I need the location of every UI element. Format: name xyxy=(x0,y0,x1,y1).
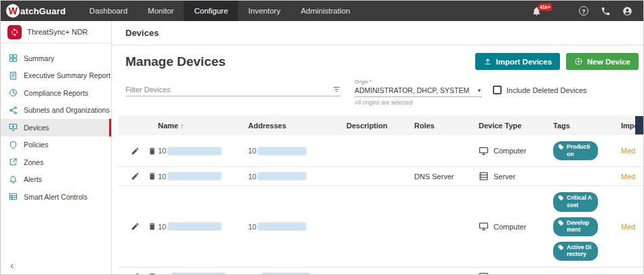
delete-trash-icon[interactable] xyxy=(148,272,157,274)
tag-label: Development xyxy=(567,219,592,234)
tag-pill[interactable]: Development xyxy=(553,217,598,236)
sidebar-collapse-button[interactable]: ‹ xyxy=(1,255,111,274)
device-name[interactable]: 10 xyxy=(158,172,248,181)
sidebar-item-label: Summary xyxy=(24,54,54,62)
origin-hint: All origins are selected xyxy=(355,99,482,106)
edit-pencil-icon[interactable] xyxy=(131,147,140,155)
product-switcher[interactable]: ThreatSync+ NDR xyxy=(1,21,111,43)
server-icon xyxy=(479,171,489,181)
tag-pill[interactable]: Active Directory xyxy=(553,242,598,261)
page-frame: ThreatSync+ NDR SummaryExecutive Summary… xyxy=(1,21,643,274)
sidebar: ThreatSync+ NDR SummaryExecutive Summary… xyxy=(1,21,112,274)
nav-item-administration[interactable]: Administration xyxy=(291,1,361,21)
tag-pill[interactable]: Critical Asset xyxy=(553,192,598,211)
subnets-icon xyxy=(9,106,18,115)
computer-icon xyxy=(479,272,489,274)
import-devices-button[interactable]: Import Devices xyxy=(475,53,560,70)
scrollbar-thumb[interactable] xyxy=(635,116,643,134)
row-actions xyxy=(119,172,158,181)
alert-count-badge: 41k+ xyxy=(538,3,552,11)
device-address: 192 xyxy=(248,272,346,274)
sidebar-item-executive-summary-report[interactable]: Executive Summary Report xyxy=(1,67,111,85)
delete-trash-icon[interactable] xyxy=(148,147,157,155)
tag-icon xyxy=(558,244,564,251)
edit-pencil-icon[interactable] xyxy=(131,172,140,181)
app-window: W atchGuard DashboardMonitorConfigureInv… xyxy=(0,0,644,275)
phone-support-icon[interactable] xyxy=(600,5,611,16)
top-nav: DashboardMonitorConfigureInventoryAdmini… xyxy=(79,1,361,21)
column-header-addresses[interactable]: Addresses xyxy=(248,122,346,130)
title-row: Manage Devices Import Devices New Device xyxy=(125,53,643,70)
account-icon[interactable] xyxy=(622,5,632,16)
device-name[interactable]: 192 xyxy=(158,272,248,274)
column-header-roles[interactable]: Roles xyxy=(414,122,479,130)
table-row: 1010ComputerCritical AssetDevelopmentAct… xyxy=(119,186,643,268)
edit-pencil-icon[interactable] xyxy=(131,222,140,231)
column-header-description[interactable]: Description xyxy=(346,122,414,130)
nav-item-inventory[interactable]: Inventory xyxy=(238,1,290,21)
action-buttons: Import Devices New Device xyxy=(475,53,639,70)
redacted-name xyxy=(167,172,222,181)
chevron-down-icon: ▼ xyxy=(477,88,482,94)
device-address: 10 xyxy=(248,147,346,155)
row-actions xyxy=(119,222,158,231)
tag-label: Critical Asset xyxy=(567,194,592,208)
tag-pill[interactable]: Production xyxy=(553,141,598,160)
new-device-button[interactable]: New Device xyxy=(566,53,639,70)
table-header: Name↑AddressesDescriptionRolesDevice Typ… xyxy=(119,115,643,135)
sidebar-item-summary[interactable]: Summary xyxy=(1,50,111,67)
sidebar-item-compliance-reports[interactable]: Compliance Reports xyxy=(1,84,111,102)
nav-item-configure[interactable]: Configure xyxy=(184,1,238,21)
question-mark-icon: ? xyxy=(579,6,588,16)
policies-icon xyxy=(9,141,18,149)
devices-icon xyxy=(9,123,18,132)
zones-icon xyxy=(9,158,18,166)
device-type: Computer xyxy=(479,272,553,274)
filter-devices-field xyxy=(125,79,341,96)
filter-funnel-icon[interactable] xyxy=(332,85,341,94)
sidebar-item-zones[interactable]: Zones xyxy=(1,153,111,171)
sidebar-item-alerts[interactable]: Alerts xyxy=(1,171,111,189)
table-scrollbar[interactable] xyxy=(635,115,643,274)
include-deleted-checkbox[interactable] xyxy=(493,86,502,94)
page-title: Devices xyxy=(125,28,159,38)
tag-label: Active Directory xyxy=(567,244,592,258)
help-icon[interactable]: ? xyxy=(578,5,589,16)
device-type-label: Computer xyxy=(494,147,526,155)
delete-trash-icon[interactable] xyxy=(148,222,157,231)
device-name[interactable]: 10 xyxy=(158,147,248,155)
filter-devices-input[interactable] xyxy=(125,86,332,94)
sidebar-item-subnets-and-organizations[interactable]: Subnets and Organizations xyxy=(1,102,111,120)
new-device-label: New Device xyxy=(587,58,630,66)
nav-item-monitor[interactable]: Monitor xyxy=(138,1,184,21)
include-deleted-toggle[interactable]: Include Deleted Devices xyxy=(493,86,587,94)
redacted-name xyxy=(167,222,222,231)
watchguard-logo[interactable]: W atchGuard xyxy=(1,1,79,21)
device-name[interactable]: 10 xyxy=(158,222,248,231)
content-area: Manage Devices Import Devices New Device xyxy=(112,45,643,274)
redacted-address xyxy=(258,172,306,181)
column-header-device-type[interactable]: Device Type xyxy=(479,122,553,130)
alerts-icon xyxy=(9,175,18,184)
delete-trash-icon[interactable] xyxy=(148,172,157,181)
redacted-address xyxy=(258,147,306,155)
nav-item-dashboard[interactable]: Dashboard xyxy=(79,1,138,21)
sidebar-item-smart-alert-controls[interactable]: Smart Alert Controls xyxy=(1,188,111,206)
top-icons: 41k+ ? xyxy=(531,1,643,21)
include-deleted-label: Include Deleted Devices xyxy=(506,86,587,94)
computer-icon xyxy=(479,221,489,232)
main-panel: Devices Manage Devices Import Devices Ne… xyxy=(112,21,643,274)
sidebar-item-label: Zones xyxy=(24,158,43,166)
edit-pencil-icon[interactable] xyxy=(131,272,140,274)
sidebar-item-label: Alerts xyxy=(24,175,42,183)
sidebar-item-label: Subnets and Organizations xyxy=(24,106,110,114)
tag-icon xyxy=(558,219,564,226)
device-address: 10 xyxy=(248,172,346,181)
origin-select[interactable]: ADMINISTRATOR, DHCP, SYSTEM ▼ xyxy=(355,85,482,97)
sidebar-item-devices[interactable]: Devices xyxy=(1,119,111,136)
device-type: Computer xyxy=(479,221,553,232)
sidebar-item-policies[interactable]: Policies xyxy=(1,136,111,154)
sidebar-item-label: Devices xyxy=(24,124,49,132)
column-header-tags[interactable]: Tags xyxy=(553,122,621,130)
column-header-name[interactable]: Name↑ xyxy=(158,122,248,130)
